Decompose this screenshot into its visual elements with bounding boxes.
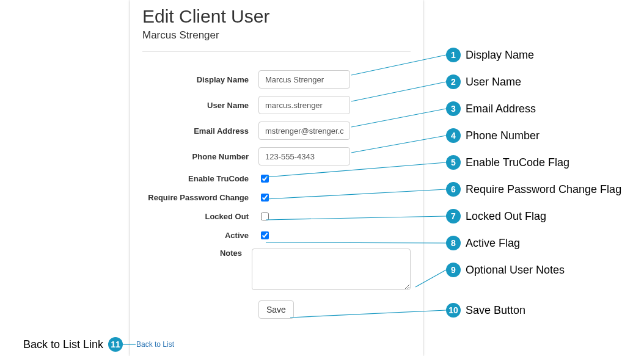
page-title: Edit Client User (142, 6, 411, 27)
row-locked-out: Locked Out (142, 211, 411, 222)
label-notes: Notes (142, 249, 252, 258)
callout-label: Display Name (466, 49, 534, 62)
save-button[interactable]: Save (258, 300, 294, 319)
input-email[interactable] (258, 122, 350, 140)
callout-label: Back to List Link (23, 338, 103, 351)
input-phone[interactable] (258, 147, 350, 165)
callout-label: Enable TruCode Flag (466, 156, 569, 169)
callout-badge: 10 (446, 303, 461, 318)
callout-label: Email Address (466, 103, 536, 115)
callout-4: 4Phone Number (446, 128, 540, 143)
callout-label: User Name (466, 76, 521, 89)
row-enable-trucode: Enable TruCode (142, 173, 411, 184)
callout-8: 8Active Flag (446, 236, 520, 250)
checkbox-enable-trucode[interactable] (261, 175, 269, 183)
callout-6: 6Require Password Change Flag (446, 182, 621, 197)
callout-badge: 9 (446, 263, 461, 277)
callout-11: 11Back to List Link (23, 337, 123, 352)
back-to-list-link[interactable]: Back to List (136, 340, 174, 349)
input-user-name[interactable] (258, 96, 350, 114)
label-active: Active (142, 231, 258, 240)
label-display-name: Display Name (142, 75, 258, 84)
callout-badge: 11 (108, 337, 123, 352)
label-locked-out: Locked Out (142, 212, 258, 221)
row-require-pw: Require Password Change (142, 192, 411, 203)
callout-badge: 2 (446, 74, 461, 89)
checkbox-active[interactable] (261, 231, 269, 239)
callout-1: 1Display Name (446, 48, 534, 62)
callout-badge: 5 (446, 155, 461, 170)
callout-label: Require Password Change Flag (466, 183, 621, 196)
callout-label: Optional User Notes (466, 264, 565, 277)
label-phone: Phone Number (142, 152, 258, 161)
row-email: Email Address (142, 122, 411, 140)
callout-badge: 8 (446, 236, 461, 250)
row-active: Active (142, 230, 411, 241)
callout-badge: 4 (446, 128, 461, 143)
callout-badge: 7 (446, 209, 461, 223)
callout-label: Active Flag (466, 237, 520, 250)
label-email: Email Address (142, 126, 258, 136)
callout-badge: 6 (446, 182, 461, 197)
row-notes: Notes (142, 249, 411, 292)
callout-3: 3Email Address (446, 101, 536, 116)
checkbox-require-pw[interactable] (261, 194, 269, 202)
textarea-notes[interactable] (252, 249, 411, 290)
callout-10: 10Save Button (446, 303, 525, 318)
callout-label: Phone Number (466, 129, 540, 142)
label-user-name: User Name (142, 101, 258, 110)
input-display-name[interactable] (258, 70, 350, 89)
label-require-pw: Require Password Change (142, 193, 258, 202)
callout-2: 2User Name (446, 74, 521, 89)
callout-label: Locked Out Flag (466, 210, 546, 223)
callout-badge: 3 (446, 101, 461, 116)
row-phone: Phone Number (142, 147, 411, 165)
callout-label: Save Button (466, 304, 525, 317)
row-display-name: Display Name (142, 70, 411, 89)
label-enable-trucode: Enable TruCode (142, 174, 258, 183)
edit-user-panel: Edit Client User Marcus Strenger Display… (130, 0, 423, 356)
page-subtitle: Marcus Strenger (142, 29, 411, 42)
checkbox-locked-out[interactable] (261, 213, 269, 220)
row-save: Save (142, 300, 411, 319)
divider (142, 51, 411, 52)
callout-badge: 1 (446, 48, 461, 62)
row-user-name: User Name (142, 96, 411, 114)
callout-7: 7Locked Out Flag (446, 209, 546, 223)
callout-9: 9Optional User Notes (446, 263, 565, 277)
callout-5: 5Enable TruCode Flag (446, 155, 569, 170)
